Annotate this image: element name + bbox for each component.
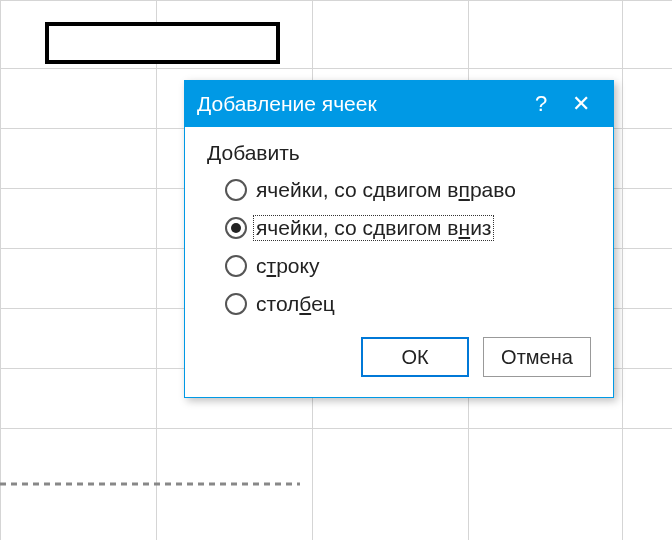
button-row: ОК Отмена: [207, 337, 591, 377]
radio-group: ячейки, со сдвигом вправоячейки, со сдви…: [207, 177, 591, 317]
cancel-button[interactable]: Отмена: [483, 337, 591, 377]
insert-cells-dialog: Добавление ячеек ? ✕ Добавить ячейки, со…: [184, 80, 614, 398]
radio-indicator: [225, 255, 247, 277]
radio-indicator: [225, 217, 247, 239]
help-button[interactable]: ?: [521, 91, 561, 117]
ok-button[interactable]: ОК: [361, 337, 469, 377]
radio-option-3[interactable]: столбец: [225, 291, 591, 317]
radio-label: ячейки, со сдвигом вниз: [253, 215, 494, 241]
radio-label: столбец: [253, 291, 338, 317]
close-button[interactable]: ✕: [561, 91, 601, 117]
dialog-body: Добавить ячейки, со сдвигом вправоячейки…: [185, 127, 613, 397]
radio-indicator: [225, 293, 247, 315]
radio-label: ячейки, со сдвигом вправо: [253, 177, 519, 203]
marching-ants: [0, 482, 300, 488]
radio-option-0[interactable]: ячейки, со сдвигом вправо: [225, 177, 591, 203]
selected-cell[interactable]: [45, 22, 280, 64]
radio-option-2[interactable]: строку: [225, 253, 591, 279]
dialog-titlebar[interactable]: Добавление ячеек ? ✕: [185, 81, 613, 127]
group-label: Добавить: [207, 141, 591, 165]
radio-label: строку: [253, 253, 322, 279]
dialog-title: Добавление ячеек: [197, 92, 521, 116]
radio-indicator: [225, 179, 247, 201]
radio-option-1[interactable]: ячейки, со сдвигом вниз: [225, 215, 591, 241]
